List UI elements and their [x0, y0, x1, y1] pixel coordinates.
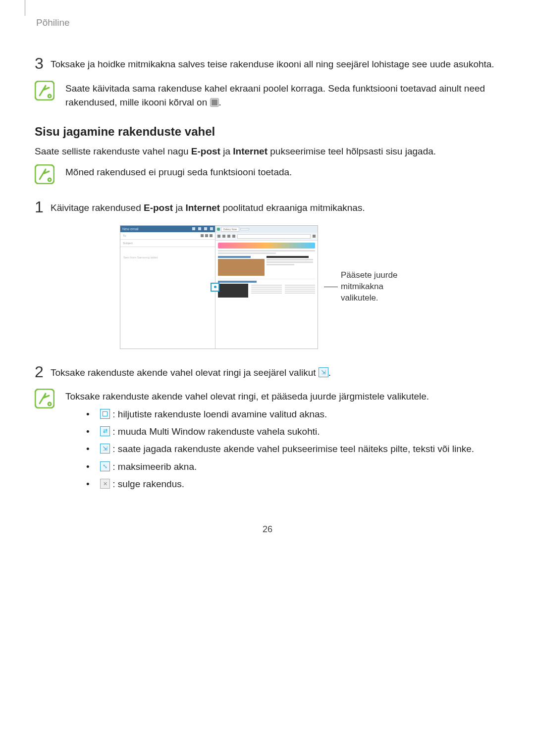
- step-text: Toksake ja hoidke mitmikakna salves teis…: [51, 55, 494, 72]
- close-icon: [100, 479, 110, 489]
- option-recent-text: : hiljutiste rakenduste loendi avamine v…: [110, 409, 327, 419]
- mock-to-label: To: [123, 234, 126, 237]
- mock-browser-toolbar: [215, 233, 318, 241]
- callout-leader-line: [324, 287, 338, 287]
- note3-intro: Toksake rakenduste akende vahel olevat r…: [65, 390, 474, 404]
- section-body: Saate selliste rakenduste vahel nagu E-p…: [35, 145, 500, 159]
- header-section: Põhiline: [36, 17, 500, 28]
- note1-pre: Saate käivitada sama rakenduse kahel ekr…: [65, 83, 485, 108]
- option-maximize: : maksimeerib akna.: [65, 459, 474, 474]
- step-text: Toksake rakenduste akende vahel olevat r…: [51, 364, 331, 380]
- note-icon: [35, 164, 54, 184]
- s1b-b1: E-post: [144, 202, 173, 213]
- mock-tab-label: Galaxy Note: [221, 227, 240, 232]
- mock-email-header: New email: [120, 226, 215, 232]
- drag-content-icon: [319, 367, 328, 377]
- note-unsupported: Mõned rakendused ei pruugi seda funktsio…: [35, 164, 500, 184]
- margin-rule: [25, 0, 25, 16]
- recent-apps-icon: [100, 409, 110, 419]
- mock-webpage: [215, 241, 318, 349]
- note-icon: [35, 389, 54, 408]
- mock-email-app: New email To Subject Sent from Samsung t…: [120, 226, 215, 349]
- sec-body-pre: Saate selliste rakenduste vahel nagu: [35, 146, 191, 156]
- option-swap-text: : muuda Multi Window rakenduste vahela s…: [110, 426, 320, 437]
- option-share: : saate jagada rakenduste akende vahel p…: [65, 442, 474, 456]
- page-number: 26: [35, 524, 500, 535]
- document-page: Põhiline 3 Toksake ja hoidke mitmikakna …: [0, 0, 535, 750]
- maximize-icon: [100, 461, 110, 471]
- multiwindow-handle-icon: [211, 283, 219, 292]
- step-number: 1: [35, 199, 51, 215]
- s2b-period: .: [328, 367, 331, 378]
- note-icon: [35, 81, 54, 101]
- sec-body-b2: Internet: [233, 146, 268, 156]
- step-number: 2: [35, 364, 51, 380]
- option-share-text: : saate jagada rakenduste akende vahel p…: [110, 444, 474, 454]
- option-recent: : hiljutiste rakenduste loendi avamine v…: [65, 407, 474, 421]
- section-title: Sisu jagamine rakenduste vahel: [35, 125, 500, 139]
- mock-browser-app: Galaxy Note: [215, 226, 318, 349]
- sec-body-post: pukseerimise teel hõlpsasti sisu jagada.: [268, 146, 436, 156]
- mock-subject-field: Subject: [120, 240, 215, 247]
- drag-content-icon: [100, 444, 110, 454]
- options-list: : hiljutiste rakenduste loendi avamine v…: [65, 407, 474, 492]
- s2b-pre: Toksake rakenduste akende vahel olevat r…: [51, 367, 319, 378]
- s1b-mid: ja: [173, 202, 185, 213]
- option-swap: : muuda Multi Window rakenduste vahela s…: [65, 424, 474, 439]
- step-1b: 1 Käivitage rakendused E-post ja Interne…: [35, 199, 500, 215]
- figure-callout: Pääsete juurde mitmikakna valikutele.: [324, 270, 415, 304]
- callout-text: Pääsete juurde mitmikakna valikutele.: [341, 270, 415, 304]
- note1-period: .: [219, 97, 221, 107]
- dual-launch-icon: [210, 98, 219, 107]
- mock-tablet-screenshot: New email To Subject Sent from Samsung t…: [120, 225, 318, 349]
- s1b-post: poolitatud ekraaniga mitmikaknas.: [220, 202, 365, 213]
- note-options: Toksake rakenduste akende vahel olevat r…: [35, 389, 500, 495]
- note-text: Mõned rakendused ei pruugi seda funktsio…: [65, 164, 292, 180]
- swap-windows-icon: [100, 426, 110, 436]
- mock-subject-label: Subject: [123, 242, 133, 245]
- note-text: Saate käivitada sama rakenduse kahel ekr…: [65, 81, 500, 110]
- sec-body-mid: ja: [220, 146, 233, 156]
- mock-email-body: Sent from Samsung tablet: [120, 247, 215, 349]
- option-max-text: : maksimeerib akna.: [110, 461, 197, 472]
- step-number: 3: [35, 55, 51, 71]
- option-close: : sulge rakendus.: [65, 477, 474, 491]
- note-text: Toksake rakenduste akende vahel olevat r…: [65, 389, 474, 495]
- step-2b: 2 Toksake rakenduste akende vahel olevat…: [35, 364, 500, 380]
- s1b-pre: Käivitage rakendused: [51, 202, 144, 213]
- sec-body-b1: E-post: [191, 146, 220, 156]
- figure-multiwindow: New email To Subject Sent from Samsung t…: [35, 225, 500, 349]
- mock-email-title: New email: [122, 227, 139, 231]
- step-3: 3 Toksake ja hoidke mitmikakna salves te…: [35, 55, 500, 72]
- note-dual-app: Saate käivitada sama rakenduse kahel ekr…: [35, 81, 500, 110]
- mock-to-field: To: [120, 232, 215, 240]
- step-text: Käivitage rakendused E-post ja Internet …: [51, 199, 365, 215]
- option-close-text: : sulge rakendus.: [110, 479, 184, 489]
- mock-browser-tabs: Galaxy Note: [215, 226, 318, 233]
- s1b-b2: Internet: [185, 202, 220, 213]
